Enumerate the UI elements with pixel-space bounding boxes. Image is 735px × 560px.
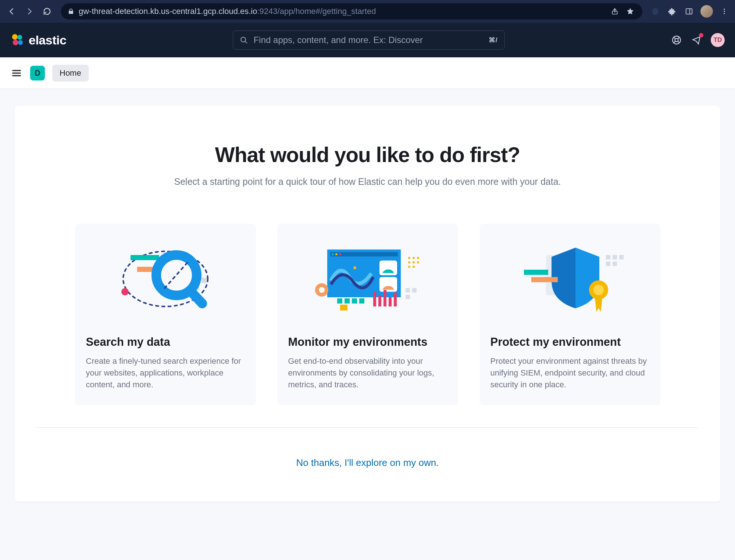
svg-point-63: [593, 285, 604, 295]
svg-point-5: [724, 13, 725, 14]
svg-rect-67: [613, 255, 617, 259]
help-icon[interactable]: [671, 35, 682, 46]
svg-rect-1: [686, 9, 692, 14]
svg-line-28: [190, 291, 202, 304]
card-title: Search my data: [86, 335, 245, 349]
forward-button[interactable]: [23, 5, 36, 18]
svg-rect-60: [406, 295, 410, 299]
card-monitor[interactable]: Monitor my environments Get end-to-end o…: [277, 224, 458, 405]
svg-rect-25: [201, 278, 207, 283]
bookmark-star-icon[interactable]: [625, 6, 636, 17]
elastic-logo[interactable]: elastic: [10, 33, 66, 47]
svg-rect-46: [345, 298, 350, 304]
url-text: gw-threat-detection.kb.us-central1.gcp.c…: [79, 7, 605, 16]
svg-rect-58: [406, 288, 410, 292]
svg-point-11: [672, 36, 681, 44]
user-avatar-initials: TD: [714, 36, 722, 44]
svg-point-3: [724, 9, 725, 10]
svg-rect-64: [524, 270, 548, 275]
url-bar[interactable]: gw-threat-detection.kb.us-central1.gcp.c…: [61, 3, 642, 19]
nav-toggle-button[interactable]: [10, 67, 23, 79]
kibana-top-actions: TD: [671, 33, 725, 47]
svg-point-57: [413, 266, 415, 268]
svg-line-14: [678, 41, 679, 43]
breadcrumb-label: Home: [60, 68, 81, 78]
space-letter: D: [35, 68, 40, 78]
svg-point-35: [353, 266, 356, 269]
elastic-logo-icon: [10, 33, 24, 47]
svg-point-51: [413, 257, 415, 259]
card-title: Monitor my environments: [288, 335, 447, 349]
user-avatar[interactable]: TD: [711, 33, 725, 47]
svg-rect-49: [340, 305, 347, 310]
card-search[interactable]: Search my data Create a finely-tuned sea…: [75, 224, 256, 405]
svg-point-55: [417, 261, 419, 263]
svg-rect-21: [131, 255, 159, 260]
svg-point-8: [13, 40, 18, 45]
page-body: What would you like to do first? Select …: [0, 89, 735, 518]
card-desc: Get end-to-end observability into your e…: [288, 355, 447, 391]
divider: [37, 427, 698, 428]
search-placeholder: Find apps, content, and more. Ex: Discov…: [254, 35, 483, 45]
card-desc: Create a finely-tuned search experience …: [86, 355, 245, 391]
monitor-illustration-icon: [288, 235, 447, 323]
elastic-logo-text: elastic: [29, 33, 66, 47]
onboarding-cards: Search my data Create a finely-tuned sea…: [37, 224, 698, 405]
skip-link-wrap: No thanks, I'll explore on my own.: [37, 457, 698, 469]
svg-point-6: [12, 34, 18, 40]
svg-point-4: [724, 11, 725, 12]
svg-point-39: [319, 287, 325, 293]
card-desc: Protect your environment against threats…: [490, 355, 649, 391]
svg-line-13: [674, 37, 675, 39]
space-selector[interactable]: D: [30, 66, 45, 80]
hexagon-icon[interactable]: [650, 6, 661, 17]
reload-button[interactable]: [40, 5, 54, 18]
lock-icon: [68, 8, 74, 15]
kebab-menu-icon[interactable]: [719, 6, 730, 17]
extensions-icon[interactable]: [667, 6, 678, 17]
breadcrumb-bar: D Home: [0, 57, 735, 89]
card-title: Protect my environment: [490, 335, 649, 349]
notification-dot: [699, 33, 703, 37]
svg-rect-66: [606, 255, 610, 259]
svg-point-50: [408, 257, 410, 259]
svg-point-32: [332, 253, 334, 255]
chrome-actions: [650, 5, 730, 18]
svg-rect-68: [619, 255, 624, 259]
svg-rect-40: [373, 292, 376, 306]
page-title: What would you like to do first?: [37, 143, 698, 167]
svg-rect-70: [613, 262, 617, 266]
svg-line-16: [674, 41, 675, 43]
panel-icon[interactable]: [684, 6, 695, 17]
skip-link[interactable]: No thanks, I'll explore on my own.: [296, 457, 439, 468]
page-subtitle: Select a starting point for a quick tour…: [37, 176, 698, 187]
svg-point-52: [417, 257, 419, 259]
svg-rect-48: [359, 298, 364, 304]
svg-rect-47: [352, 298, 357, 304]
svg-point-54: [413, 261, 415, 263]
svg-rect-69: [606, 262, 610, 266]
newsfeed-icon[interactable]: [691, 35, 702, 46]
card-protect[interactable]: Protect my environment Protect your envi…: [479, 224, 660, 405]
browser-chrome: gw-threat-detection.kb.us-central1.gcp.c…: [0, 0, 735, 23]
svg-rect-42: [383, 290, 386, 306]
search-shortcut: ⌘/: [489, 36, 498, 44]
share-icon[interactable]: [609, 6, 620, 17]
svg-rect-59: [412, 288, 417, 292]
global-search[interactable]: Find apps, content, and more. Ex: Discov…: [233, 30, 505, 50]
svg-point-9: [18, 40, 23, 45]
hero: What would you like to do first? Select …: [37, 143, 698, 187]
svg-line-29: [165, 262, 188, 288]
breadcrumb-home[interactable]: Home: [52, 65, 89, 82]
back-button[interactable]: [5, 5, 18, 18]
svg-point-34: [339, 253, 341, 255]
svg-point-56: [408, 266, 410, 268]
svg-rect-43: [389, 297, 392, 306]
svg-point-12: [675, 39, 678, 42]
svg-point-23: [121, 288, 129, 295]
svg-rect-65: [531, 277, 558, 282]
getting-started-panel: What would you like to do first? Select …: [15, 106, 720, 502]
browser-profile-avatar[interactable]: [700, 5, 713, 18]
search-icon: [240, 36, 248, 44]
svg-line-15: [678, 37, 679, 39]
